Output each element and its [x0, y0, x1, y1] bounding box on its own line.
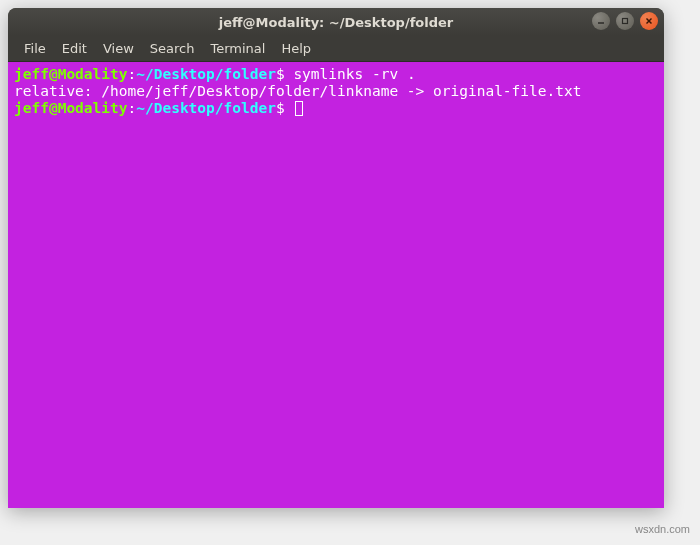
terminal-line: jeff@Modality:~/Desktop/folder$	[14, 100, 658, 117]
menu-file[interactable]: File	[16, 38, 54, 59]
maximize-button[interactable]	[616, 12, 634, 30]
prompt-user: jeff@Modality	[14, 66, 128, 82]
prompt-dollar: $	[276, 66, 293, 82]
terminal-command: symlinks -rv .	[293, 66, 415, 82]
prompt-user: jeff@Modality	[14, 100, 128, 116]
close-icon	[645, 17, 653, 25]
terminal-window: jeff@Modality: ~/Desktop/folder File Edi…	[8, 8, 664, 508]
terminal-output: relative: /home/jeff/Desktop/folder/link…	[14, 83, 581, 99]
prompt-path: ~/Desktop/folder	[136, 100, 276, 116]
menu-help[interactable]: Help	[273, 38, 319, 59]
window-controls	[592, 12, 658, 30]
terminal-line: relative: /home/jeff/Desktop/folder/link…	[14, 83, 658, 100]
prompt-colon: :	[128, 66, 137, 82]
menu-terminal[interactable]: Terminal	[202, 38, 273, 59]
menu-view[interactable]: View	[95, 38, 142, 59]
prompt-path: ~/Desktop/folder	[136, 66, 276, 82]
minimize-icon	[597, 17, 605, 25]
prompt-dollar: $	[276, 100, 293, 116]
minimize-button[interactable]	[592, 12, 610, 30]
titlebar[interactable]: jeff@Modality: ~/Desktop/folder	[8, 8, 664, 36]
menubar: File Edit View Search Terminal Help	[8, 36, 664, 62]
cursor-icon	[295, 101, 303, 116]
close-button[interactable]	[640, 12, 658, 30]
svg-rect-1	[623, 19, 628, 24]
menu-search[interactable]: Search	[142, 38, 203, 59]
maximize-icon	[621, 17, 629, 25]
menu-edit[interactable]: Edit	[54, 38, 95, 59]
window-title: jeff@Modality: ~/Desktop/folder	[219, 15, 453, 30]
terminal-area[interactable]: jeff@Modality:~/Desktop/folder$ symlinks…	[8, 62, 664, 508]
prompt-colon: :	[128, 100, 137, 116]
terminal-line: jeff@Modality:~/Desktop/folder$ symlinks…	[14, 66, 658, 83]
watermark: wsxdn.com	[635, 523, 690, 535]
